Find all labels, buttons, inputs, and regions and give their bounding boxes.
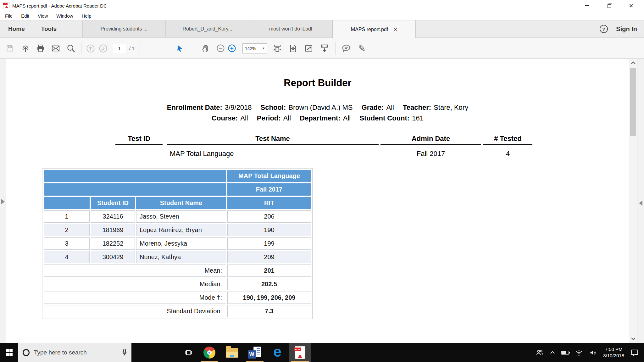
doc-tab-most-wont-do-it[interactable]: most won't do it.pdf: [249, 20, 332, 37]
table-row: 3 182252 Moreno, Jessyka 199: [44, 237, 311, 250]
restore-icon: [608, 4, 611, 8]
info-label: Student Count:: [359, 114, 409, 122]
vertical-scrollbar[interactable]: [629, 59, 637, 343]
restore-button[interactable]: [598, 0, 620, 11]
wifi-icon[interactable]: [575, 349, 583, 356]
test-table-rule: [167, 144, 379, 145]
student-id-cell: 182252: [91, 237, 135, 250]
student-name-cell: Nunez, Kathya: [136, 251, 226, 263]
action-center-icon[interactable]: [630, 349, 639, 356]
fullscreen-button[interactable]: [303, 43, 314, 54]
previous-page-button[interactable]: [85, 43, 96, 54]
zoom-in-icon: [227, 44, 236, 53]
taskbar-app-chrome[interactable]: [198, 343, 221, 362]
info-value: All: [283, 114, 291, 122]
menu-edit[interactable]: Edit: [21, 13, 29, 19]
battery-icon[interactable]: [561, 351, 569, 355]
row-index-cell: 1: [44, 210, 90, 223]
rit-cell: 206: [227, 210, 311, 223]
upload-icon: [21, 44, 30, 53]
microphone-icon[interactable]: [122, 348, 127, 357]
tab-tools[interactable]: Tools: [33, 20, 65, 37]
page-number-input[interactable]: [113, 44, 126, 53]
find-button[interactable]: [65, 43, 76, 54]
menu-file[interactable]: File: [5, 13, 13, 19]
select-tool-button[interactable]: [175, 43, 185, 54]
help-icon[interactable]: ?: [600, 25, 608, 33]
taskbar-clock[interactable]: 7:50 PM 3/10/2018: [603, 346, 624, 359]
zoom-level-value: 142%: [245, 46, 260, 51]
test-table-value-num-tested: 4: [483, 150, 532, 158]
rit-cell: 199: [227, 237, 311, 250]
read-mode-button[interactable]: [319, 43, 330, 54]
word-icon: W: [248, 347, 262, 359]
comment-button[interactable]: [341, 43, 352, 54]
volume-icon[interactable]: [589, 349, 597, 356]
tab-home[interactable]: Home: [0, 20, 33, 37]
pdf-info-line-1: Enrollment Date:3/9/2018 School:Brown (D…: [6, 103, 629, 112]
taskbar-app-acrobat-active[interactable]: PDF: [289, 343, 311, 362]
student-name-cell: Moreno, Jessyka: [136, 237, 226, 250]
taskbar-app-edge[interactable]: e: [266, 343, 289, 362]
people-icon[interactable]: [536, 349, 544, 356]
info-label: Course:: [212, 114, 238, 122]
scroll-down-icon[interactable]: [629, 336, 637, 342]
info-value: Brown (David A.) MS: [288, 103, 353, 111]
close-button[interactable]: ×: [620, 0, 642, 11]
tab-close-icon[interactable]: ×: [394, 26, 397, 32]
minimize-button[interactable]: [576, 0, 598, 11]
taskbar: Type here to search W e PDF 7:50 PM 3/10…: [0, 343, 644, 362]
expand-left-panel-icon[interactable]: [1, 199, 5, 204]
fit-page-button[interactable]: [288, 43, 298, 54]
highlight-tool-button[interactable]: ✎: [357, 43, 367, 54]
taskbar-app-file-explorer[interactable]: [221, 343, 243, 362]
zoom-out-button[interactable]: [215, 43, 226, 54]
cortana-icon: [23, 349, 30, 356]
chevron-up-icon[interactable]: [550, 350, 555, 355]
share-upload-button[interactable]: [20, 43, 31, 54]
toolbar-separator: [336, 42, 336, 55]
toolbar-separator: [140, 42, 140, 55]
window-title: MAPS report.pdf - Adobe Acrobat Reader D…: [12, 3, 107, 8]
page-down-icon: [98, 44, 108, 53]
search-input[interactable]: Type here to search: [34, 349, 118, 356]
start-button[interactable]: [0, 343, 18, 362]
hand-tool-button[interactable]: [200, 43, 211, 54]
test-table-header-num-tested: # Tested: [483, 135, 532, 143]
menu-view[interactable]: View: [38, 13, 48, 19]
expand-right-panel-icon[interactable]: [639, 201, 642, 206]
row-index-cell: 3: [44, 237, 90, 250]
print-button[interactable]: [35, 43, 46, 54]
hand-icon: [201, 44, 210, 53]
zoom-in-button[interactable]: [227, 43, 237, 54]
doc-tab-robert-d-and-kory[interactable]: Robert_D_and_Kory...: [166, 20, 249, 37]
info-label: Enrollment Date:: [167, 103, 222, 111]
sign-in-button[interactable]: Sign In: [616, 25, 637, 33]
clock-date: 3/10/2018: [603, 353, 624, 359]
rit-cell: 190: [227, 224, 311, 236]
student-id-cell: 324116: [91, 210, 135, 223]
save-button[interactable]: [4, 43, 15, 54]
zoom-level-dropdown[interactable]: 142% ▾: [242, 43, 267, 53]
scroll-up-icon[interactable]: [629, 60, 637, 66]
stat-label: Median:: [44, 278, 226, 290]
doc-tab-providing-students[interactable]: Providing students ...: [82, 20, 166, 37]
scrollbar-thumb[interactable]: [630, 68, 636, 136]
page-up-icon: [86, 44, 95, 53]
email-button[interactable]: [50, 43, 61, 54]
task-view-button[interactable]: [179, 343, 198, 362]
stat-label: Mean:: [44, 265, 226, 277]
menu-help[interactable]: Help: [82, 13, 92, 19]
fit-width-button[interactable]: [272, 43, 283, 54]
rit-cell: 209: [227, 251, 311, 263]
taskbar-search[interactable]: Type here to search: [18, 343, 131, 362]
next-page-button[interactable]: [98, 43, 108, 54]
test-table-value-test-name: MAP Total Language: [170, 150, 234, 158]
taskbar-app-word[interactable]: W: [243, 343, 266, 362]
col-header-rit: RIT: [227, 197, 311, 209]
doc-tab-maps-report-active[interactable]: MAPS report.pdf ×: [332, 20, 416, 38]
test-table-header-test-name: Test Name: [167, 135, 379, 143]
results-group-header-row: MAP Total Language: [44, 170, 311, 182]
test-table-header-test-id: Test ID: [115, 135, 163, 143]
menu-window[interactable]: Window: [56, 13, 73, 19]
